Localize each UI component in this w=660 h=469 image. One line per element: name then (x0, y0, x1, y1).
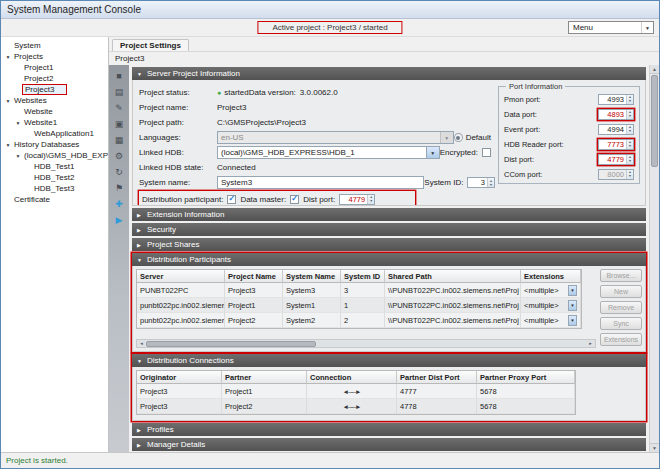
tree-expander-icon[interactable]: ▼ (4, 54, 12, 60)
tree-item-project3[interactable]: Project3 (1, 84, 108, 95)
spinner-icon[interactable]: ▲▼ (626, 125, 633, 134)
save-icon[interactable]: ▦ (112, 134, 126, 146)
chevron-down-icon[interactable]: ▼ (568, 315, 577, 326)
tree-expander-icon[interactable]: ▼ (4, 142, 12, 148)
tree-item-hdb-test3[interactable]: HDB_Test3 (1, 183, 108, 194)
default-radio[interactable] (454, 133, 463, 142)
copy-icon[interactable]: ▣ (112, 118, 126, 130)
spinner-icon[interactable]: ▲▼ (626, 95, 633, 104)
table-cell[interactable]: Project1 (225, 298, 283, 313)
table-cell[interactable]: \\PUNBT022PC.in002.siemens.net\Proj (385, 283, 521, 298)
pmon-port-input[interactable]: 4993▲▼ (598, 94, 634, 105)
table-cell[interactable]: punbt022pc.in002.siemer (137, 313, 225, 328)
table-cell[interactable]: Project2 (225, 313, 283, 328)
table-cell[interactable]: \\PUNBT022PC.in002.siemens.net\Proj (385, 313, 521, 328)
table-cell[interactable]: PUNBT022PC (137, 283, 225, 298)
table-cell[interactable]: 4777 (397, 384, 477, 399)
section-header-profiles[interactable]: ▶ Profiles (132, 423, 646, 436)
column-header-project-name[interactable]: Project Name (225, 270, 283, 283)
table-cell[interactable]: System1 (283, 298, 341, 313)
tree-item-website1[interactable]: ▼Website1 (1, 117, 108, 128)
tree-expander-icon[interactable]: ▼ (14, 153, 22, 159)
document-icon[interactable]: ▤ (112, 86, 126, 98)
scrollbar-thumb[interactable] (651, 75, 658, 167)
table-cell[interactable]: Project1 (222, 384, 307, 399)
column-header-partner-proxy-port[interactable]: Partner Proxy Port (477, 371, 575, 384)
table-cell[interactable]: System3 (283, 283, 341, 298)
table-cell[interactable]: 5678 (477, 384, 575, 399)
table-cell[interactable]: punbt022pc.in002.siemer (137, 298, 225, 313)
encrypted-checkbox[interactable] (482, 148, 491, 157)
table-cell[interactable]: 4778 (397, 399, 477, 414)
table-cell[interactable]: 2 (341, 313, 385, 328)
section-header-distribution-participants[interactable]: ▼ Distribution Participants (132, 253, 646, 266)
extensions-cell[interactable]: <multiple>▼ (521, 283, 581, 298)
hdb-reader-port-input[interactable]: 7773▲▼ (598, 139, 634, 150)
column-header-server[interactable]: Server (137, 270, 225, 283)
section-header-project-shares[interactable]: ▶ Project Shares (132, 238, 646, 251)
chevron-down-icon[interactable]: ▼ (426, 147, 439, 158)
spinner-icon[interactable]: ▲▼ (626, 110, 633, 119)
table-cell[interactable]: 5678 (477, 399, 575, 414)
menu-dropdown[interactable]: Menu ▼ (568, 21, 654, 34)
column-header-partner-dist-port[interactable]: Partner Dist Port (397, 371, 477, 384)
chevron-down-icon[interactable]: ▼ (568, 285, 577, 296)
dist-port-field-input[interactable]: 4779▲▼ (339, 194, 375, 205)
spinner-icon[interactable]: ▲▼ (626, 170, 633, 179)
linked-hdb-dropdown[interactable]: (local)\GMS_HDB_EXPRESS\HDB_1 ▼ (217, 146, 440, 159)
stop-icon[interactable]: ■ (112, 70, 126, 82)
distribution-participant-checkbox[interactable]: ✓ (227, 195, 236, 204)
table-cell[interactable]: System2 (283, 313, 341, 328)
extensions-cell[interactable]: <multiple>▼ (521, 313, 581, 328)
section-header-server-project-information[interactable]: ▼ Server Project Information (132, 67, 646, 80)
data-port-input[interactable]: 4893▲▼ (598, 109, 634, 120)
scroll-up-icon[interactable]: ▲ (650, 65, 659, 74)
tree-expander-icon[interactable]: ▼ (4, 98, 12, 104)
languages-dropdown[interactable]: en-US ▼ (217, 131, 454, 144)
tree-item-system[interactable]: System (1, 40, 108, 51)
edit-icon[interactable]: ✎ (112, 102, 126, 114)
table-cell[interactable]: Project3 (137, 399, 222, 414)
extensions-button[interactable]: Extensions (600, 333, 642, 346)
column-header-originator[interactable]: Originator (137, 371, 222, 384)
system-name-input[interactable]: System3 (217, 176, 424, 189)
flag-icon[interactable]: ⚑ (112, 182, 126, 194)
tree-item-gms-hdb-express[interactable]: ▼(local)\GMS_HDB_EXPRESS (1, 150, 108, 161)
column-header-extensions[interactable]: Extensions (521, 270, 581, 283)
section-header-manager-details[interactable]: ▶ Manager Details (132, 438, 646, 451)
start-icon[interactable]: ▶ (112, 214, 126, 226)
table-cell[interactable]: 1 (341, 298, 385, 313)
tree-item-websites[interactable]: ▼Websites (1, 95, 108, 106)
dist-port-input[interactable]: 4779▲▼ (598, 154, 634, 165)
chevron-down-icon[interactable]: ▼ (568, 300, 577, 311)
section-header-distribution-connections[interactable]: ▼ Distribution Connections (132, 354, 646, 367)
spinner-icon[interactable]: ▲▼ (367, 195, 374, 204)
remove-button[interactable]: Remove (600, 301, 642, 314)
tree-item-certificate[interactable]: Certificate (1, 194, 108, 205)
browse-button[interactable]: Browse... (600, 269, 642, 282)
table-cell[interactable]: 3 (341, 283, 385, 298)
sync-button[interactable]: Sync (600, 317, 642, 330)
column-header-partner[interactable]: Partner (222, 371, 307, 384)
tab-project-settings[interactable]: Project Settings (112, 39, 189, 51)
add-icon[interactable]: ✚ (112, 198, 126, 210)
chevron-down-icon[interactable]: ▼ (440, 132, 453, 143)
column-header-system-name[interactable]: System Name (283, 270, 341, 283)
tree-item-hdb-test2[interactable]: HDB_Test2 (1, 172, 108, 183)
ccom-port-input[interactable]: 8000▲▼ (598, 169, 634, 180)
table-cell[interactable]: \\PUNBT022PC.in002.siemens.net\Proj (385, 298, 521, 313)
tree-item-project2[interactable]: Project2 (1, 73, 108, 84)
refresh-icon[interactable]: ↻ (112, 166, 126, 178)
column-header-shared-path[interactable]: Shared Path (385, 270, 521, 283)
column-header-system-id[interactable]: System ID (341, 270, 385, 283)
scrollbar-thumb[interactable] (146, 341, 316, 347)
event-port-input[interactable]: 4994▲▼ (598, 124, 634, 135)
tree-item-projects[interactable]: ▼Projects (1, 51, 108, 62)
tree-item-project1[interactable]: Project1 (1, 62, 108, 73)
tree-item-webapplication1[interactable]: WebApplication1 (1, 128, 108, 139)
column-header-connection[interactable]: Connection (307, 371, 397, 384)
table-cell[interactable]: Project3 (225, 283, 283, 298)
scroll-left-icon[interactable]: ◄ (137, 340, 146, 347)
horizontal-scrollbar[interactable]: ◄ ► (136, 339, 596, 348)
table-cell[interactable]: Project2 (222, 399, 307, 414)
